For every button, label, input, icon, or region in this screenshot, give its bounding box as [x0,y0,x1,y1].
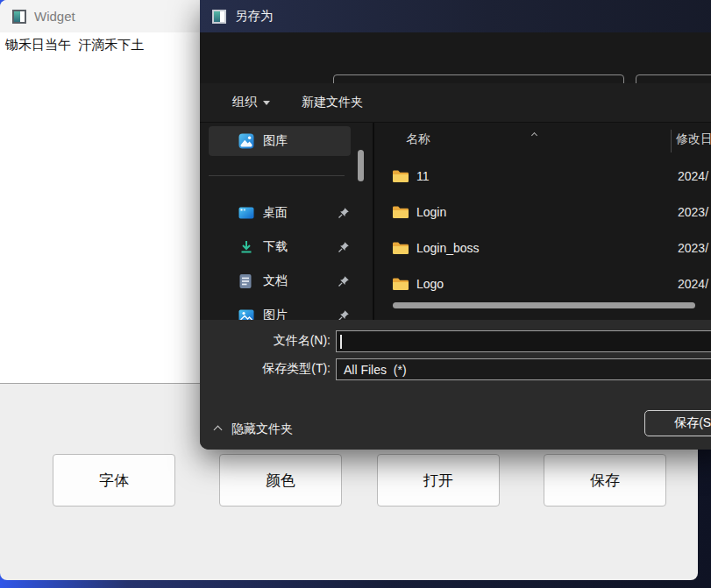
pin-icon [338,207,350,219]
filename-label: 文件名(N): [200,333,331,349]
pin-icon [338,309,350,320]
dialog-window-icon [212,10,226,24]
horizontal-scrollbar[interactable] [393,302,695,308]
dialog-title: 另存为 [235,8,274,25]
navigation-bar: ← → ↑ › 桌面 › [200,32,711,83]
file-row-logo[interactable]: Logo 2024/ [374,270,711,298]
folder-icon [392,205,409,219]
hide-folders-button[interactable]: 隐藏文件夹 [215,422,293,437]
open-button[interactable]: 打开 [377,454,500,507]
sidebar-scrollbar[interactable] [358,150,364,181]
new-folder-button[interactable]: 新建文件夹 [302,95,363,110]
navigation-pane: 图库 桌面 [200,123,373,320]
color-button[interactable]: 颜色 [219,454,342,507]
file-list: 名称 修改日期 11 2024/ Login 2023/ [374,123,711,320]
file-row-11[interactable]: 11 2024/ [374,162,711,190]
folder-icon [392,169,409,183]
filetype-select[interactable]: All Files (*) [336,358,711,380]
filename-input[interactable] [336,330,711,352]
widget-window-title: Widget [34,9,75,24]
file-row-login-boss[interactable]: Login_boss 2023/ [374,234,711,262]
save-as-dialog: 另存为 ← → ↑ › 桌面 › [200,0,711,450]
pictures-icon [238,308,254,320]
organize-menu[interactable]: 组织 [232,95,270,110]
file-row-login[interactable]: Login 2023/ [374,198,711,226]
downloads-icon [238,239,254,255]
dropdown-arrow-icon [263,101,270,105]
sidebar-item-pictures[interactable]: 图片 [209,301,351,320]
sidebar-item-documents[interactable]: 文档 [209,266,351,296]
save-form: 文件名(N): 保存类型(T): All Files (*) 隐藏文件夹 保存(… [200,320,711,450]
sidebar-item-downloads[interactable]: 下载 [209,232,351,262]
sidebar-item-gallery[interactable]: 图库 [209,126,351,156]
font-button[interactable]: 字体 [53,454,175,507]
text-edit-area[interactable]: 锄禾日当午 汗滴禾下土 [0,32,200,384]
edit-text: 锄禾日当午 汗滴禾下土 [5,37,195,53]
dialog-toolbar: 组织 新建文件夹 [200,83,711,123]
desktop: { "widget_window": { "title": "Widget", … [0,0,711,588]
text-caret [340,335,342,349]
documents-icon [238,273,254,289]
sort-ascending-icon [532,125,537,141]
save-button[interactable]: 保存 [544,454,666,507]
pin-icon [338,275,350,287]
column-header-date-modified[interactable]: 修改日期 [676,131,711,147]
app-window-icon [12,10,26,24]
folder-icon [392,277,409,291]
folder-icon [392,241,409,255]
sidebar-item-desktop[interactable]: 桌面 [209,198,351,228]
chevron-up-icon [214,425,223,434]
pin-icon [338,241,350,253]
dialog-titlebar[interactable]: 另存为 [200,0,711,32]
filetype-label: 保存类型(T): [200,361,331,377]
dialog-save-button[interactable]: 保存(S) [644,410,711,436]
sidebar-separator [209,175,345,176]
desktop-icon [238,205,254,221]
column-divider[interactable] [671,130,672,152]
gallery-icon [238,133,254,149]
column-header-name[interactable]: 名称 [406,131,430,147]
